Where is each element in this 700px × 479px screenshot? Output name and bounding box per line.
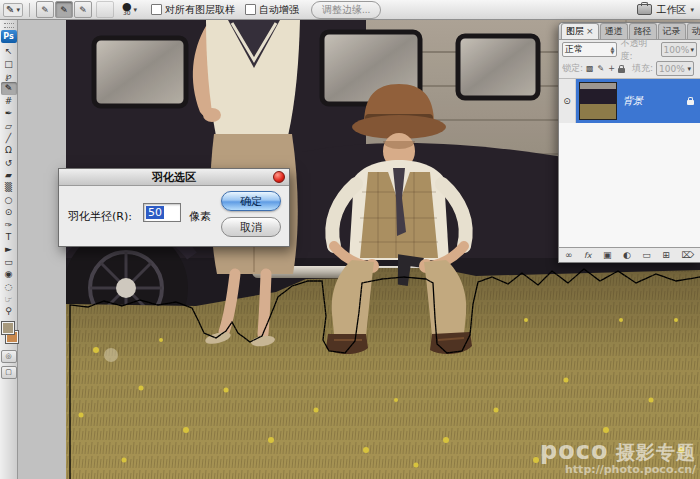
tool-preset-picker[interactable]: ✎ ▾ — [3, 3, 23, 17]
blend-mode-select[interactable]: 正常 ▲▼ — [562, 42, 617, 57]
ok-button[interactable]: 确定 — [221, 191, 281, 211]
lock-icons: ▩✎+ — [586, 64, 615, 73]
cancel-button[interactable]: 取消 — [221, 217, 281, 237]
tool-palette: Ps ↖□℘✎#✒▱╱Ω↺▰▒○⊙✑T►▭◉◌☞⚲ ◎ ▢ — [0, 20, 18, 479]
visibility-toggle[interactable]: ⊙ — [559, 79, 576, 123]
tab-图层[interactable]: 图层× — [561, 23, 599, 39]
photoshop-window: ✎ ▾ ✎✎✎ ● 30 ▾ 对所有图层取样 自动增强 调整边缘... 工作区 … — [0, 0, 700, 479]
workspace-switcher[interactable]: 工作区 ▾ — [637, 3, 694, 17]
close-icon[interactable] — [273, 171, 285, 183]
eye-icon: ⊙ — [563, 96, 571, 106]
adjustment-layer-button[interactable]: ◐ — [623, 251, 631, 260]
lock-label: 锁定: — [562, 62, 583, 75]
checkbox-icon — [245, 4, 256, 15]
toolbar-tools: ↖□℘✎#✒▱╱Ω↺▰▒○⊙✑T►▭◉◌☞⚲ — [1, 45, 17, 318]
lock-all-icon[interactable] — [618, 68, 625, 73]
blur-tool[interactable]: ○ — [1, 194, 17, 206]
brush-tool[interactable]: ╱ — [1, 132, 17, 144]
add-to-selection-button[interactable]: ✎ — [55, 1, 73, 18]
delete-layer-button[interactable]: ⌦ — [681, 251, 694, 260]
fill-select: 100% ▾ — [656, 61, 694, 76]
workspace-label: 工作区 — [656, 3, 686, 17]
layer-style-button[interactable]: fx — [584, 251, 592, 260]
selection-mode-buttons: ✎✎✎ — [36, 1, 92, 18]
type-tool[interactable]: T — [1, 231, 17, 243]
workspace-icon — [637, 4, 652, 15]
dialog-body: 羽化半径(R): 50 像素 确定 取消 — [59, 186, 289, 246]
eraser-tool[interactable]: ▰ — [1, 169, 17, 181]
screen-mode-button[interactable]: ▢ — [1, 366, 17, 379]
layer-thumbnail — [579, 82, 617, 120]
opacity-select: 100% ▾ — [661, 42, 697, 57]
dialog-title: 羽化选区 — [152, 170, 196, 185]
zoom-tool[interactable]: ⚲ — [1, 305, 17, 317]
layer-name: 背景 — [623, 94, 687, 108]
separator — [29, 3, 30, 17]
path-selection-tool[interactable]: ► — [1, 243, 17, 255]
layer-row-background[interactable]: ⊙ 背景 — [559, 79, 700, 123]
dodge-tool[interactable]: ⊙ — [1, 206, 17, 218]
refine-edge-button[interactable]: 调整边缘... — [311, 1, 381, 19]
new-layer-button[interactable]: ⊞ — [662, 251, 670, 260]
feather-radius-label: 羽化半径(R): — [68, 209, 132, 224]
history-brush-tool[interactable]: ↺ — [1, 157, 17, 169]
3d-rotate-tool[interactable]: ◉ — [1, 268, 17, 280]
layer-lock-icon — [687, 100, 694, 105]
spinner-arrows-icon: ▲▼ — [611, 46, 615, 54]
auto-enhance-checkbox[interactable]: 自动增强 — [245, 3, 299, 17]
feather-selection-dialog: 羽化选区 羽化半径(R): 50 像素 确定 取消 — [58, 168, 290, 247]
new-group-button[interactable]: ▭ — [642, 251, 651, 260]
chevron-down-icon: ▾ — [16, 6, 20, 14]
3d-orbit-tool[interactable]: ◌ — [1, 280, 17, 292]
fill-label: 填充: — [632, 62, 653, 75]
new-selection-button[interactable]: ✎ — [36, 1, 54, 18]
tab-记录[interactable]: 记录 — [658, 23, 686, 39]
chevron-down-icon: ▾ — [134, 6, 138, 14]
blend-mode-row: 正常 ▲▼ 不透明度: 100% ▾ — [559, 40, 700, 59]
quick-selection-tool[interactable]: ✎ — [1, 82, 17, 94]
chevron-down-icon: ▾ — [690, 6, 694, 14]
chevron-down-icon: ▾ — [690, 46, 694, 54]
feather-radius-value: 50 — [146, 206, 164, 219]
palette-grip[interactable] — [4, 23, 14, 28]
layer-list: ⊙ 背景 — [559, 78, 700, 248]
photoshop-logo: Ps — [1, 30, 17, 43]
brush-size-picker[interactable]: ● 30 ▾ — [122, 4, 137, 16]
gradient-tool[interactable]: ▒ — [1, 181, 17, 193]
add-mask-button[interactable]: ▣ — [603, 251, 612, 260]
dialog-titlebar[interactable]: 羽化选区 — [59, 169, 289, 186]
disabled-option-button — [96, 1, 114, 18]
pixels-unit-label: 像素 — [189, 209, 211, 224]
tab-动作[interactable]: 动作 — [687, 23, 700, 39]
auto-enhance-label: 自动增强 — [259, 3, 299, 17]
panel-bottom-bar: ∞fx▣◐▭⊞⌦ — [559, 248, 700, 263]
shape-tool[interactable]: ▭ — [1, 256, 17, 268]
lasso-tool[interactable]: ℘ — [1, 70, 17, 82]
layers-panel: 图层×通道路径记录动作 ≡ 正常 ▲▼ 不透明度: 100% ▾ 锁定: ▩✎+… — [558, 22, 700, 263]
lock-image-icon[interactable]: ✎ — [598, 64, 605, 73]
quick-mask-button[interactable]: ◎ — [1, 350, 17, 363]
crop-tool[interactable]: # — [1, 95, 17, 107]
checkbox-icon — [151, 4, 162, 15]
marquee-tool[interactable]: □ — [1, 57, 17, 69]
clone-stamp-tool[interactable]: Ω — [1, 144, 17, 156]
lock-transparency-icon[interactable]: ▩ — [586, 64, 594, 73]
opacity-label: 不透明度: — [620, 37, 657, 63]
move-tool[interactable]: ↖ — [1, 45, 17, 57]
chevron-down-icon: ▾ — [688, 65, 692, 73]
close-icon[interactable]: × — [586, 26, 594, 36]
feather-radius-input[interactable]: 50 — [143, 203, 181, 222]
color-swatches — [0, 321, 18, 347]
sample-all-layers-checkbox[interactable]: 对所有图层取样 — [151, 3, 235, 17]
pen-tool[interactable]: ✑ — [1, 218, 17, 230]
subtract-from-selection-button[interactable]: ✎ — [74, 1, 92, 18]
sample-all-layers-label: 对所有图层取样 — [165, 3, 235, 17]
lock-position-icon[interactable]: + — [608, 64, 615, 73]
eyedropper-tool[interactable]: ✒ — [1, 107, 17, 119]
brush-size-value: 30 — [123, 10, 131, 16]
link-layers-button[interactable]: ∞ — [565, 251, 573, 260]
hand-tool[interactable]: ☞ — [1, 293, 17, 305]
foreground-color-swatch[interactable] — [1, 321, 15, 335]
healing-brush-tool[interactable]: ▱ — [1, 119, 17, 131]
quick-selection-icon: ✎ — [6, 5, 14, 15]
